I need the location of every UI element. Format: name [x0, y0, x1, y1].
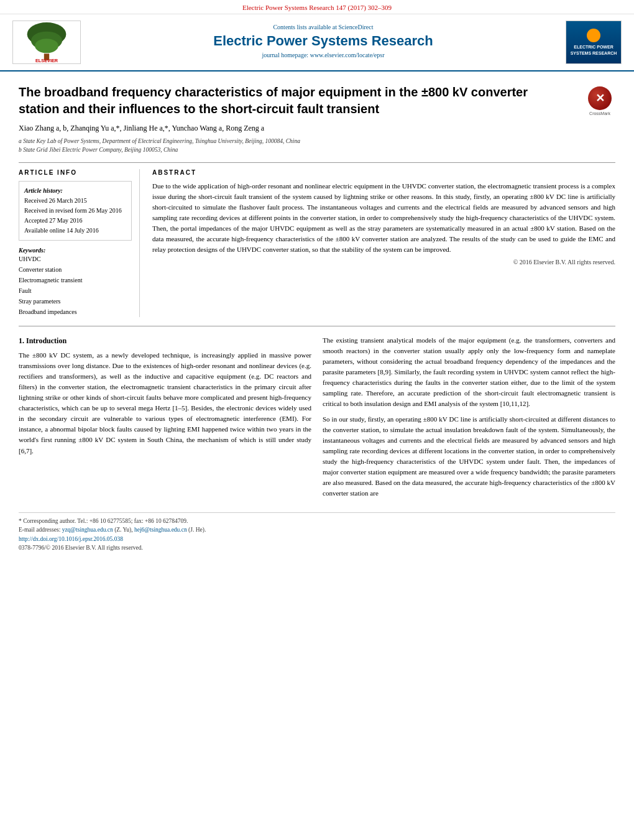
email-line: E-mail addresses: yzq@tsinghua.edu.cn (Z… — [19, 525, 615, 534]
accepted-date: Accepted 27 May 2016 — [24, 216, 126, 226]
abstract-column: ABSTRACT Due to the wide application of … — [152, 169, 615, 317]
left-logo: ELSEVIER — [12, 21, 81, 64]
affiliations-block: a State Key Lab of Power Systems, Depart… — [19, 137, 615, 155]
received-revised-date: Received in revised form 26 May 2016 — [24, 206, 126, 216]
journal-center-header: Contents lists available at ScienceDirec… — [81, 24, 566, 61]
crossmark-x-icon: ✕ — [595, 91, 605, 105]
abstract-header: ABSTRACT — [152, 169, 615, 176]
history-label: Article history: — [24, 186, 126, 196]
abstract-text: Due to the wide application of high-orde… — [152, 181, 615, 255]
authors-line: Xiao Zhang a, b, Zhanqing Yu a,*, Jinlia… — [19, 124, 615, 133]
svg-point-3 — [35, 39, 58, 53]
available-online-date: Available online 14 July 2016 — [24, 226, 126, 236]
crossmark-badge: ✕ CrossMark — [584, 86, 615, 116]
email-1[interactable]: yzq@tsinghua.edu.cn — [62, 527, 113, 533]
email-2[interactable]: hej6@tsinghua.edu.cn — [134, 527, 187, 533]
homepage-line: journal homepage: www.elsevier.com/locat… — [93, 52, 553, 58]
section-divider — [19, 326, 615, 326]
article-info-column: ARTICLE INFO Article history: Received 2… — [19, 169, 140, 317]
intro-para-1: The ±800 kV DC system, as a newly develo… — [19, 350, 311, 456]
journal-title: Electric Power Systems Research — [93, 33, 553, 49]
affiliation-a: a State Key Lab of Power Systems, Depart… — [19, 137, 615, 145]
copyright-line: © 2016 Elsevier B.V. All rights reserved… — [152, 259, 615, 265]
keyword-6: Broadband impedances — [19, 307, 132, 317]
keywords-section: Keywords: UHVDC Converter station Electr… — [19, 247, 132, 317]
keyword-3: Electromagnetic transient — [19, 275, 132, 285]
contents-line: Contents lists available at ScienceDirec… — [93, 24, 553, 30]
right-logo-icon — [587, 29, 600, 42]
article-history-box: Article history: Received 26 March 2015 … — [19, 181, 132, 241]
crossmark-label: CrossMark — [589, 111, 610, 116]
doi-line: http://dx.doi.org/10.1016/j.epsr.2016.05… — [19, 535, 615, 543]
top-bar: Electric Power Systems Research 147 (201… — [0, 0, 634, 14]
intro-col2-para-1: The existing transient analytical models… — [323, 335, 615, 409]
intro-col2-para-2: So in our study, firstly, an operating ±… — [323, 414, 615, 499]
body-col-right: The existing transient analytical models… — [323, 335, 615, 504]
crossmark-circle: ✕ — [588, 86, 612, 110]
doi-link[interactable]: http://dx.doi.org/10.1016/j.epsr.2016.05… — [19, 536, 123, 542]
right-logo: ELECTRIC POWER SYSTEMS RESEARCH — [566, 21, 622, 64]
sciencedirect-link[interactable]: ScienceDirect — [338, 24, 373, 30]
introduction-heading: 1. Introduction — [19, 335, 311, 347]
keyword-5: Stray parameters — [19, 296, 132, 307]
section-num: 1. — [19, 336, 24, 345]
keywords-label: Keywords: — [19, 247, 132, 254]
article-info-header: ARTICLE INFO — [19, 169, 132, 176]
homepage-link[interactable]: www.elsevier.com/locate/epsr — [310, 52, 385, 58]
svg-text:ELSEVIER: ELSEVIER — [35, 58, 58, 63]
issn-line: 0378-7796/© 2016 Elsevier B.V. All right… — [19, 543, 615, 552]
received-date: Received 26 March 2015 — [24, 196, 126, 206]
journal-citation: Electric Power Systems Research 147 (201… — [242, 4, 392, 11]
keyword-1: UHVDC — [19, 254, 132, 264]
keyword-4: Fault — [19, 285, 132, 296]
article-title: The broadband frequency characteristics … — [19, 84, 584, 118]
section-title: Introduction — [26, 336, 67, 345]
body-col-left: 1. Introduction The ±800 kV DC system, a… — [19, 335, 311, 504]
journal-header: ELSEVIER Contents lists available at Sci… — [0, 14, 634, 72]
affiliation-b: b State Grid Jibei Electric Power Compan… — [19, 145, 615, 154]
corresponding-author-note: * Corresponding author. Tel.: +86 10 627… — [19, 517, 615, 525]
keyword-2: Converter station — [19, 264, 132, 275]
footnote-section: * Corresponding author. Tel.: +86 10 627… — [19, 512, 615, 552]
right-logo-text: ELECTRIC POWER SYSTEMS RESEARCH — [571, 44, 617, 55]
